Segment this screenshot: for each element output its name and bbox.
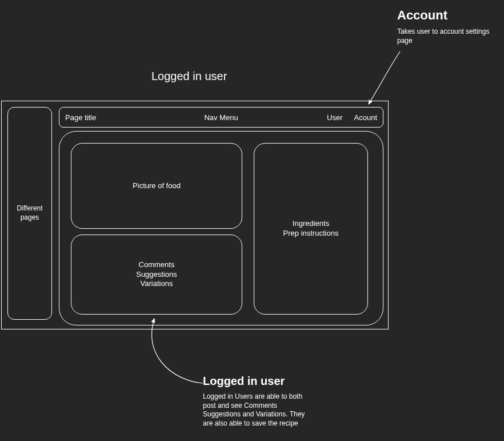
card-ingredients: Ingredients Prep instructions bbox=[254, 143, 368, 315]
nav-menu-label[interactable]: Nav Menu bbox=[204, 113, 238, 122]
card-food-picture: Picture of food bbox=[71, 143, 242, 229]
ingredients-line2: Prep instructions bbox=[283, 229, 339, 239]
annotation-logged-body: Logged in Users are able to both post an… bbox=[203, 392, 314, 428]
comments-line2: Suggestions bbox=[136, 270, 177, 280]
annotation-account: Account Takes user to account settings p… bbox=[397, 8, 497, 45]
annotation-logged-title: Logged in user bbox=[203, 375, 314, 388]
annotation-logged-in-user: Logged in user Logged in Users are able … bbox=[203, 375, 314, 428]
comments-line3: Variations bbox=[136, 279, 177, 289]
annotation-account-body: Takes user to account settings page bbox=[397, 27, 497, 45]
top-navigation-bar: Page title Nav Menu User Acount bbox=[59, 107, 383, 128]
comments-line1: Comments bbox=[136, 260, 177, 270]
nav-user-link[interactable]: User bbox=[327, 113, 342, 122]
arrow-to-account bbox=[369, 51, 400, 104]
annotation-account-title: Account bbox=[397, 8, 497, 23]
ingredients-line1: Ingredients bbox=[283, 219, 339, 229]
page-label: Logged in user bbox=[151, 70, 227, 83]
content-panel: Picture of food Comments Suggestions Var… bbox=[59, 131, 383, 325]
sidebar-different-pages[interactable]: Different pages bbox=[7, 107, 52, 320]
wireframe-frame: Different pages Page title Nav Menu User… bbox=[1, 101, 389, 329]
card-comments[interactable]: Comments Suggestions Variations bbox=[71, 235, 242, 315]
page-title-label: Page title bbox=[65, 113, 96, 122]
nav-account-link[interactable]: Acount bbox=[354, 113, 377, 122]
